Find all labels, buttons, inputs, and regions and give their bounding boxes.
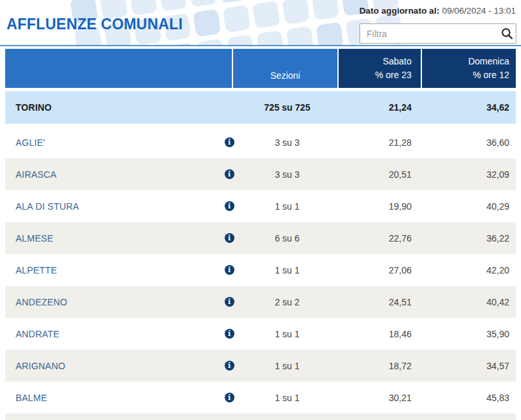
pattern-square xyxy=(218,0,246,3)
updated-date: Dato aggiornato al:09/06/2024 - 13:01 xyxy=(359,6,516,16)
pattern-square xyxy=(130,0,158,16)
filter-input[interactable] xyxy=(360,29,498,39)
info-icon[interactable]: i xyxy=(225,201,234,211)
sezioni-value: 2 su 2 xyxy=(237,297,337,307)
info-icon[interactable]: i xyxy=(225,233,234,243)
sezioni-value: 1 su 1 xyxy=(237,201,337,212)
sabato-value: 24,51 xyxy=(337,297,421,307)
sabato-value: 21,28 xyxy=(337,137,421,148)
municipality-name[interactable]: ANDRATE xyxy=(5,329,221,339)
table-header: Sezioni Sabato% ore 23 Domenica% ore 12 xyxy=(5,49,516,88)
domenica-value: 35,90 xyxy=(421,329,516,339)
pattern-square xyxy=(189,0,217,7)
pattern-square xyxy=(159,0,187,12)
sabato-value: 19,90 xyxy=(337,201,421,212)
summary-row-torino: TORINO 725 su 725 21,24 34,62 xyxy=(5,91,516,124)
page-title: AFFLUENZE COMUNALI xyxy=(7,16,183,33)
municipality-name[interactable]: ALPETTE xyxy=(5,265,221,275)
domenica-value: 32,09 xyxy=(421,169,516,180)
search-icon xyxy=(501,27,513,40)
domenica-value: 36,22 xyxy=(421,233,516,244)
sezioni-value: 1 su 1 xyxy=(237,265,337,275)
info-icon[interactable]: i xyxy=(225,265,234,275)
info-icon[interactable]: i xyxy=(225,393,234,402)
table-row[interactable]: ALPETTE i 1 su 1 27,06 42,20 xyxy=(5,254,516,286)
municipality-name[interactable]: ANDEZENO xyxy=(5,297,221,307)
pattern-square xyxy=(197,38,225,46)
table-row[interactable]: AIRASCA i 3 su 3 20,51 32,09 xyxy=(5,158,516,190)
pattern-square xyxy=(316,22,344,46)
updated-date-value: 09/06/2024 - 13:01 xyxy=(442,6,516,16)
info-icon[interactable]: i xyxy=(225,329,234,339)
column-header-sezioni: Sezioni xyxy=(233,49,337,88)
domenica-value: 36,60 xyxy=(421,137,516,148)
sezioni-value: 3 su 3 xyxy=(237,137,337,148)
table-body: AGLIE' i 3 su 3 21,28 36,60 AIRASCA i 3 … xyxy=(5,126,516,413)
search-button[interactable] xyxy=(498,24,516,43)
domenica-value: 45,83 xyxy=(421,393,516,403)
domenica-value: 40,29 xyxy=(421,201,516,212)
sezioni-value: 1 su 1 xyxy=(237,361,337,371)
pattern-square xyxy=(252,1,280,29)
sabato-value: 18,46 xyxy=(337,329,421,339)
table-row[interactable]: ANDRATE i 1 su 1 18,46 35,90 xyxy=(5,318,516,350)
sabato-value: 18,72 xyxy=(337,361,421,371)
domenica-value: 40,42 xyxy=(421,297,516,307)
info-icon[interactable]: i xyxy=(225,297,234,307)
info-icon[interactable]: i xyxy=(225,169,234,179)
domenica-value: 34,62 xyxy=(421,102,516,113)
updated-date-label: Dato aggiornato al: xyxy=(359,6,440,16)
table-row[interactable]: AGLIE' i 3 su 3 21,28 36,60 xyxy=(5,126,516,158)
table-row[interactable]: ANDEZENO i 2 su 2 24,51 40,42 xyxy=(5,286,516,318)
municipality-name[interactable]: ARIGNANO xyxy=(5,361,221,371)
sabato-value: 22,76 xyxy=(337,233,421,244)
domenica-value: 42,20 xyxy=(421,265,516,275)
sabato-value: 21,24 xyxy=(337,102,421,113)
municipality-name: TORINO xyxy=(5,102,221,113)
next-row-partial xyxy=(5,413,516,420)
info-icon[interactable]: i xyxy=(225,137,234,147)
pattern-square xyxy=(167,43,195,46)
sezioni-value: 3 su 3 xyxy=(237,169,337,180)
pattern-square xyxy=(282,0,310,24)
table-row[interactable]: ALA DI STURA i 1 su 1 19,90 40,29 xyxy=(5,190,516,222)
sezioni-value: 6 su 6 xyxy=(237,233,337,244)
column-header-sabato: Sabato% ore 23 xyxy=(339,49,421,88)
info-icon[interactable]: i xyxy=(225,361,234,371)
sabato-value: 27,06 xyxy=(337,265,421,275)
municipality-name[interactable]: BALME xyxy=(5,393,221,403)
municipality-name[interactable]: ALA DI STURA xyxy=(5,201,221,212)
column-header-comune xyxy=(5,49,232,88)
sezioni-value: 1 su 1 xyxy=(237,329,337,339)
pattern-square xyxy=(223,5,251,33)
domenica-value: 34,57 xyxy=(421,361,516,371)
municipality-name[interactable]: AGLIE' xyxy=(5,137,221,148)
pattern-square xyxy=(257,30,285,46)
pattern-square xyxy=(286,26,314,46)
column-header-domenica: Domenica% ore 12 xyxy=(422,49,516,88)
affluenze-table: Sezioni Sabato% ore 23 Domenica% ore 12 … xyxy=(5,49,516,420)
pattern-square xyxy=(379,43,407,46)
sezioni-value: 1 su 1 xyxy=(237,393,337,403)
header-banner: AFFLUENZE COMUNALI Dato aggiornato al:09… xyxy=(0,0,521,46)
table-row[interactable]: BALME i 1 su 1 30,21 45,83 xyxy=(5,382,516,413)
pattern-square xyxy=(311,0,339,20)
pattern-square xyxy=(193,9,221,37)
table-row[interactable]: ALMESE i 6 su 6 22,76 36,22 xyxy=(5,222,516,254)
sabato-value: 30,21 xyxy=(337,393,421,403)
table-row[interactable]: ARIGNANO i 1 su 1 18,72 34,57 xyxy=(5,350,516,382)
sabato-value: 20,51 xyxy=(337,169,421,180)
filter-box xyxy=(359,23,516,44)
municipality-name[interactable]: ALMESE xyxy=(5,233,221,244)
sezioni-value: 725 su 725 xyxy=(237,102,337,113)
municipality-name[interactable]: AIRASCA xyxy=(5,169,221,180)
pattern-square xyxy=(227,35,255,46)
